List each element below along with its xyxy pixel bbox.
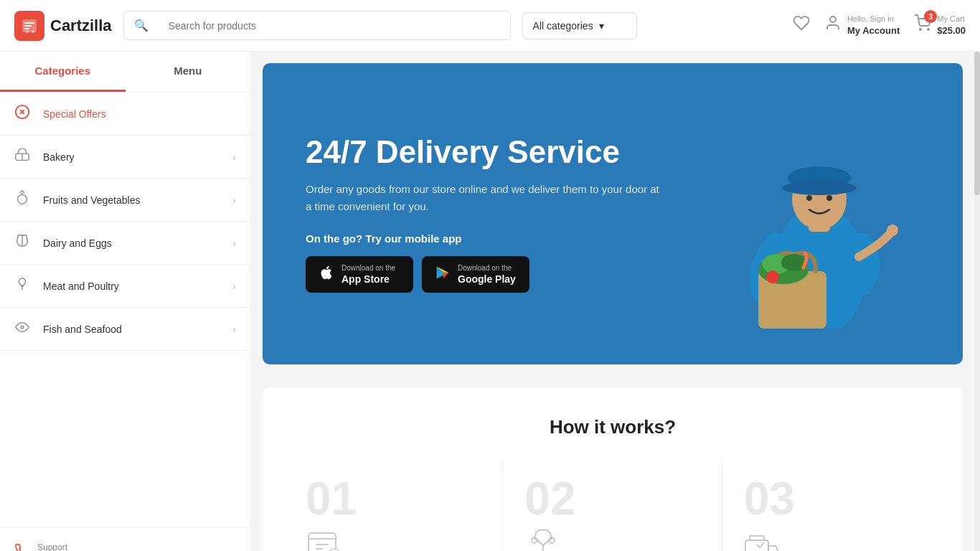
account-area[interactable]: Hello, Sign in My Account	[824, 14, 900, 38]
search-bar[interactable]: 🔍	[123, 11, 511, 40]
google-play-icon	[435, 265, 451, 285]
fish-seafood-icon	[14, 319, 34, 339]
app-buttons: Download on the App Store	[306, 256, 664, 293]
account-icon	[824, 14, 842, 36]
header: Cartzilla 🔍 All categories ▾ Hello, Sign…	[0, 0, 980, 52]
meat-chevron-icon: ›	[232, 281, 236, 292]
svg-point-18	[782, 181, 857, 195]
app-store-text: Download on the App Store	[341, 263, 395, 286]
google-play-button[interactable]: Download on the Google Play	[422, 256, 529, 293]
special-offers-icon	[14, 104, 34, 123]
app-store-button[interactable]: Download on the App Store	[306, 256, 413, 293]
categories-dropdown[interactable]: All categories ▾	[522, 12, 637, 39]
cart-badge: 3	[924, 10, 937, 23]
cart-text: My Cart $25.00	[937, 14, 966, 38]
categories-label: All categories	[533, 20, 593, 32]
search-input[interactable]	[159, 13, 510, 39]
dairy-eggs-icon	[14, 233, 34, 253]
account-text: Hello, Sign in My Account	[847, 14, 900, 38]
steps-grid: 01 You order your favorite products onli…	[284, 461, 941, 551]
svg-point-9	[21, 326, 24, 329]
hero-title: 24/7 Delivery Service	[306, 135, 664, 169]
svg-point-5	[928, 29, 929, 30]
google-play-text: Download on the Google Play	[458, 263, 516, 286]
support-label: Support	[37, 542, 121, 551]
step-2-icon	[524, 527, 562, 551]
svg-point-26	[887, 225, 898, 236]
meat-poultry-label: Meat and Poultry	[43, 281, 232, 292]
cart-area[interactable]: 3 My Cart $25.00	[914, 14, 966, 38]
sidebar-item-bakery[interactable]: Bakery ›	[0, 136, 250, 179]
step-1-icon	[306, 527, 343, 551]
fruits-vegetables-label: Fruits and Vegetables	[43, 194, 232, 206]
tab-categories[interactable]: Categories	[0, 52, 126, 92]
search-icon: 🔍	[124, 11, 159, 39]
wishlist-button[interactable]	[793, 14, 810, 36]
sidebar-item-dairy-eggs[interactable]: Dairy and Eggs ›	[0, 222, 250, 265]
support-contact: Support +1 (00) 33 169 7720	[14, 542, 236, 551]
step-3-number: 03	[744, 476, 795, 522]
logo-text: Cartzilla	[50, 17, 112, 35]
step-1-number: 01	[306, 476, 357, 522]
fish-chevron-icon: ›	[232, 324, 236, 335]
dairy-chevron-icon: ›	[232, 237, 236, 249]
step-1: 01 You order your favorite products onli…	[284, 461, 503, 551]
logo-icon	[14, 11, 44, 41]
hero-banner: 24/7 Delivery Service Order any goods fr…	[263, 63, 963, 364]
sidebar-tabs: Categories Menu	[0, 52, 250, 93]
step-2: 02 A personal assistant collects the pro…	[503, 461, 722, 551]
step-3: 03 We deliver to the door at a time conv…	[722, 461, 941, 551]
svg-point-19	[806, 195, 812, 201]
step-3-icon	[744, 527, 781, 551]
step-2-number: 02	[524, 476, 575, 522]
svg-point-25	[766, 270, 779, 283]
hero-app-label: On the go? Try our mobile app	[306, 232, 664, 245]
cart-icon: 3	[914, 14, 931, 36]
svg-point-4	[920, 29, 921, 30]
logo[interactable]: Cartzilla	[14, 11, 112, 41]
phone-icon	[14, 544, 29, 551]
page-scrollbar[interactable]	[974, 52, 980, 551]
bakery-icon	[14, 147, 34, 166]
svg-point-8	[18, 194, 27, 204]
header-actions: Hello, Sign in My Account 3 My Cart $25.…	[793, 14, 966, 38]
svg-point-1	[27, 30, 29, 32]
fruits-chevron-icon: ›	[232, 194, 236, 206]
main-layout: Categories Menu Special Offers	[0, 52, 980, 551]
bakery-label: Bakery	[43, 151, 232, 163]
svg-point-2	[32, 30, 34, 32]
svg-rect-32	[745, 540, 768, 551]
hero-subtitle: Order any goods from our store online an…	[306, 181, 664, 215]
sidebar-footer: Support +1 (00) 33 169 7720 Email custom…	[0, 527, 250, 551]
chevron-down-icon: ▾	[599, 20, 604, 32]
sidebar-item-special-offers[interactable]: Special Offers	[0, 93, 250, 136]
svg-point-3	[830, 17, 836, 22]
fish-seafood-label: Fish and Seafood	[43, 324, 232, 335]
sidebar-nav: Special Offers Bakery ›	[0, 93, 250, 527]
bakery-chevron-icon: ›	[232, 151, 236, 163]
sidebar-item-fish-seafood[interactable]: Fish and Seafood ›	[0, 308, 250, 351]
sidebar: Categories Menu Special Offers	[0, 52, 251, 551]
hero-content: 24/7 Delivery Service Order any goods fr…	[306, 135, 664, 293]
how-it-works-section: How it works? 01 You order your	[263, 387, 963, 551]
dairy-eggs-label: Dairy and Eggs	[43, 237, 232, 249]
svg-point-20	[826, 195, 832, 201]
section-title: How it works?	[284, 416, 941, 438]
meat-poultry-icon	[14, 276, 34, 296]
special-offers-label: Special Offers	[43, 108, 236, 120]
apple-icon	[319, 265, 334, 285]
main-content: 24/7 Delivery Service Order any goods fr…	[251, 52, 974, 551]
delivery-person-svg	[719, 99, 920, 329]
tab-menu[interactable]: Menu	[126, 52, 251, 92]
scrollbar-thumb[interactable]	[974, 52, 980, 195]
sidebar-item-fruits-vegetables[interactable]: Fruits and Vegetables ›	[0, 179, 250, 222]
sidebar-item-meat-poultry[interactable]: Meat and Poultry ›	[0, 265, 250, 308]
hero-image	[719, 99, 920, 329]
fruits-vegetables-icon	[14, 190, 34, 209]
